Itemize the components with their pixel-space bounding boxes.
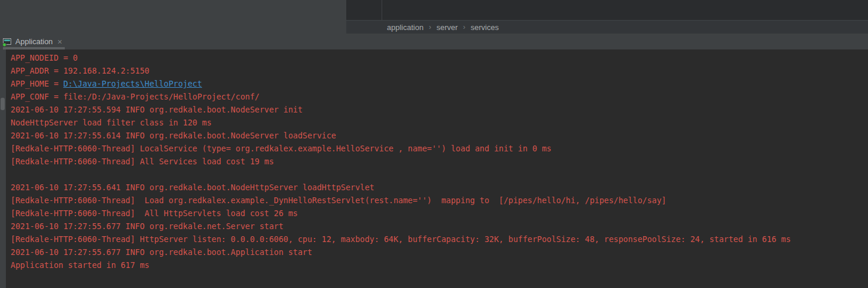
console-scrollbar-thumb[interactable] [1,98,5,110]
tab-application-label: Application [15,37,53,46]
console-line: Application started in 617 ms [11,259,868,272]
console-line: 2021-06-10 17:27:55.614 INFO org.redkale… [11,129,868,142]
console-line: APP_NODEID = 0 [11,51,868,64]
console-line: APP_ADDR = 192.168.124.2:5150 [11,64,868,77]
console-line-prefix: APP_HOME = [11,79,63,88]
console-line: [Redkale-HTTP:6060-Thread] Load org.redk… [11,194,868,207]
console-line: [Redkale-HTTP:6060-Thread] All Services … [11,155,868,168]
console-line: [Redkale-HTTP:6060-Thread] LocalService … [11,142,868,155]
console-line: 2021-06-10 17:27:55.677 INFO org.redkale… [11,246,868,259]
console-line: 2021-06-10 17:27:55.677 INFO org.redkale… [11,220,868,233]
breadcrumb: application›server›services [346,20,868,34]
run-tab-bar: Application × [0,34,868,49]
console-line: NodeHttpServer load filter class in 120 … [11,116,868,129]
console-output: APP_NODEID = 0APP_ADDR = 192.168.124.2:5… [0,49,868,288]
breadcrumb-separator-icon: › [463,23,465,31]
breadcrumb-item-services[interactable]: services [471,23,499,32]
console-log: APP_NODEID = 0APP_ADDR = 192.168.124.2:5… [11,51,868,272]
breadcrumb-item-server[interactable]: server [436,23,458,32]
breadcrumb-separator-icon: › [429,23,431,31]
run-console-icon [2,37,12,47]
editor-split-divider [382,0,382,20]
console-line: 2021-06-10 17:27:55.641 INFO org.redkale… [11,181,868,194]
editor-area [346,0,868,20]
top-left-panel [0,0,346,34]
console-line: 2021-06-10 17:27:55.594 INFO org.redkale… [11,103,868,116]
console-line: APP_CONF = file:/D:/Java-Projects/HelloP… [11,90,868,103]
running-indicator-dot [3,43,6,47]
console-line: [Redkale-HTTP:6060-Thread] All HttpServl… [11,207,868,220]
console-line: APP_HOME = D:\Java-Projects\HelloProject [11,77,868,90]
console-line: [Redkale-HTTP:6060-Thread] HttpServer li… [11,233,868,246]
close-icon[interactable]: × [58,38,62,46]
console-gutter [0,49,6,288]
console-line [11,168,868,181]
breadcrumb-item-application[interactable]: application [387,23,423,32]
file-path-link[interactable]: D:\Java-Projects\HelloProject [63,79,202,88]
